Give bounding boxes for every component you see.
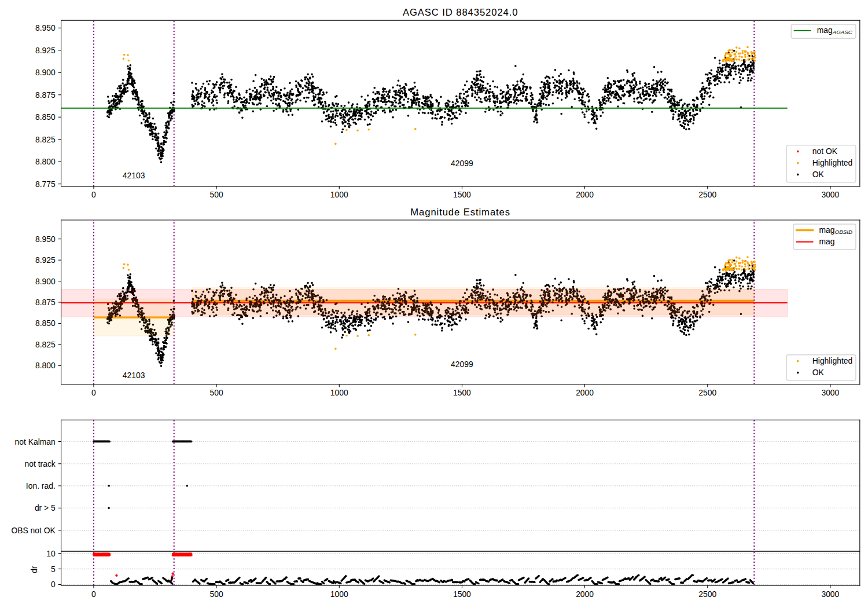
svg-text:0: 0 xyxy=(91,589,96,599)
svg-text:8.800: 8.800 xyxy=(35,157,56,166)
svg-text:not OK: not OK xyxy=(812,146,838,156)
svg-text:not Kalman: not Kalman xyxy=(15,437,56,446)
svg-text:8.875: 8.875 xyxy=(35,298,56,307)
svg-text:2500: 2500 xyxy=(698,388,716,397)
svg-text:8.825: 8.825 xyxy=(35,135,56,144)
svg-text:1000: 1000 xyxy=(330,190,348,199)
svg-text:2500: 2500 xyxy=(698,190,716,199)
svg-text:8.950: 8.950 xyxy=(35,23,56,32)
svg-text:3000: 3000 xyxy=(821,190,839,199)
svg-text:Ion. rad.: Ion. rad. xyxy=(26,481,56,490)
svg-text:0: 0 xyxy=(91,190,96,199)
svg-text:500: 500 xyxy=(210,190,223,199)
svg-text:42099: 42099 xyxy=(451,360,473,369)
svg-text:1500: 1500 xyxy=(453,388,471,397)
svg-text:8.850: 8.850 xyxy=(35,112,56,122)
svg-text:OK: OK xyxy=(812,368,825,377)
svg-text:8.850: 8.850 xyxy=(35,318,56,328)
svg-text:mag: mag xyxy=(819,237,835,246)
svg-text:8.900: 8.900 xyxy=(35,68,56,77)
svg-text:42099: 42099 xyxy=(451,159,473,168)
svg-text:8.900: 8.900 xyxy=(35,277,56,286)
svg-text:8.925: 8.925 xyxy=(35,255,56,265)
svg-text:AGASC ID 884352024.0: AGASC ID 884352024.0 xyxy=(403,7,518,18)
svg-text:Highlighted: Highlighted xyxy=(812,356,852,365)
svg-text:8.950: 8.950 xyxy=(35,235,56,244)
svg-text:2000: 2000 xyxy=(576,388,594,397)
svg-text:OBS not OK: OBS not OK xyxy=(11,526,56,535)
svg-text:2000: 2000 xyxy=(576,190,594,199)
svg-text:8.825: 8.825 xyxy=(35,340,56,349)
svg-text:1000: 1000 xyxy=(330,388,348,397)
svg-text:42103: 42103 xyxy=(123,171,145,180)
svg-text:1500: 1500 xyxy=(453,190,471,199)
svg-text:3000: 3000 xyxy=(821,388,839,397)
svg-text:8.925: 8.925 xyxy=(35,46,56,55)
svg-text:8.800: 8.800 xyxy=(35,361,56,370)
svg-text:Highlighted: Highlighted xyxy=(812,158,852,167)
svg-text:dr: dr xyxy=(30,566,39,573)
svg-text:10: 10 xyxy=(46,549,56,558)
svg-text:2500: 2500 xyxy=(698,589,716,599)
svg-text:1500: 1500 xyxy=(453,589,471,599)
svg-text:2000: 2000 xyxy=(576,589,594,599)
svg-text:42103: 42103 xyxy=(123,371,145,380)
svg-text:8.775: 8.775 xyxy=(35,180,56,189)
svg-text:Magnitude Estimates: Magnitude Estimates xyxy=(410,207,510,218)
svg-text:0: 0 xyxy=(91,388,96,397)
svg-text:5: 5 xyxy=(51,565,56,574)
svg-text:500: 500 xyxy=(210,589,223,599)
svg-text:8.875: 8.875 xyxy=(35,90,56,100)
svg-text:0: 0 xyxy=(51,580,56,589)
svg-text:1000: 1000 xyxy=(330,589,348,599)
svg-text:dr > 5: dr > 5 xyxy=(35,503,56,512)
svg-text:500: 500 xyxy=(210,388,223,397)
svg-text:3000: 3000 xyxy=(821,589,839,599)
svg-text:not track: not track xyxy=(25,459,56,468)
svg-text:OK: OK xyxy=(812,170,825,179)
